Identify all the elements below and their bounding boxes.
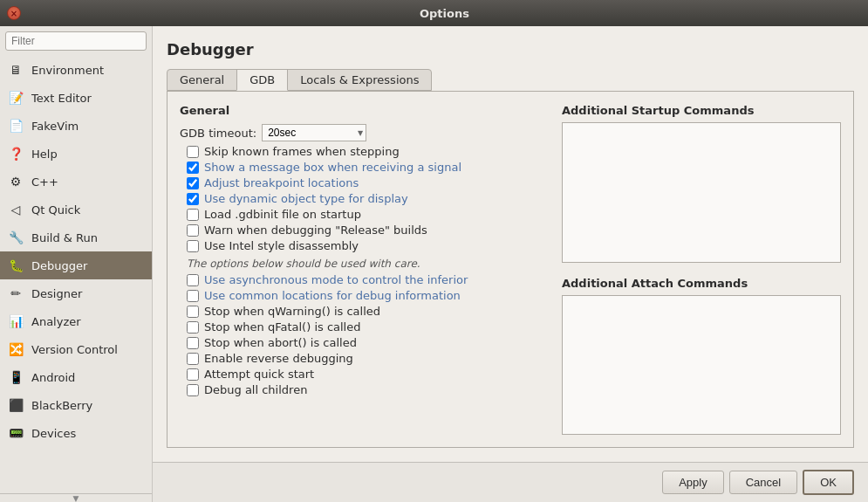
text-editor-icon: 📝 xyxy=(7,89,24,107)
checkbox-show-message-label: Show a message box when receiving a sign… xyxy=(204,161,461,174)
checkbox-stop-qwarning-label: Stop when qWarning() is called xyxy=(204,305,380,318)
sidebar: 🖥 Environment 📝 Text Editor 📄 FakeVim ❓ … xyxy=(0,26,153,502)
checkbox-attempt-quick: Attempt quick start xyxy=(180,368,544,381)
startup-commands-textarea[interactable] xyxy=(562,122,841,263)
checkbox-stop-qwarning: Stop when qWarning() is called xyxy=(180,305,544,318)
sidebar-item-analyzer[interactable]: 📊 Analyzer xyxy=(0,307,152,335)
cancel-button[interactable]: Cancel xyxy=(729,471,797,494)
checkbox-common-locations-label: Use common locations for debug informati… xyxy=(204,289,461,302)
analyzer-icon: 📊 xyxy=(7,313,24,330)
filter-input[interactable] xyxy=(5,31,147,51)
checkbox-show-message-input[interactable] xyxy=(187,162,199,174)
checkbox-dynamic-object: Use dynamic object type for display xyxy=(180,192,544,205)
checkbox-stop-qfatal-input[interactable] xyxy=(187,321,199,334)
sidebar-label-analyzer: Analyzer xyxy=(31,315,81,328)
sidebar-label-version-control: Version Control xyxy=(31,343,118,356)
sidebar-item-version-control[interactable]: 🔀 Version Control xyxy=(0,335,152,363)
debugger-icon: 🐛 xyxy=(7,257,24,274)
sidebar-label-fakevim: FakeVim xyxy=(31,120,79,133)
help-icon: ❓ xyxy=(7,145,24,162)
sidebar-item-blackberry[interactable]: ⬛ BlackBerry xyxy=(0,391,152,419)
attach-commands-textarea[interactable] xyxy=(562,295,841,436)
checkbox-debug-children-input[interactable] xyxy=(187,384,199,396)
checkbox-stop-qfatal-label: Stop when qFatal() is called xyxy=(204,320,361,334)
sidebar-item-fakevim[interactable]: 📄 FakeVim xyxy=(0,112,152,140)
sidebar-item-text-editor[interactable]: 📝 Text Editor xyxy=(0,84,152,112)
page-title: Debugger xyxy=(167,40,854,58)
sidebar-item-debugger[interactable]: 🐛 Debugger xyxy=(0,251,152,279)
version-control-icon: 🔀 xyxy=(7,340,24,358)
designer-icon: ✏ xyxy=(7,285,24,302)
apply-button[interactable]: Apply xyxy=(662,471,724,494)
ok-button[interactable]: OK xyxy=(803,470,854,495)
sidebar-item-designer[interactable]: ✏ Designer xyxy=(0,279,152,307)
checkbox-dynamic-object-input[interactable] xyxy=(187,193,199,205)
sidebar-label-debugger: Debugger xyxy=(31,259,87,272)
sidebar-label-help: Help xyxy=(31,148,58,161)
checkbox-stop-qwarning-input[interactable] xyxy=(187,306,199,318)
sidebar-item-android[interactable]: 📱 Android xyxy=(0,363,152,391)
checkbox-skip-frames-label: Skip known frames when stepping xyxy=(204,145,400,158)
tab-general[interactable]: General xyxy=(167,69,237,91)
sidebar-item-qt-quick[interactable]: ◁ Qt Quick xyxy=(0,196,152,223)
checkbox-common-locations-input[interactable] xyxy=(187,290,199,302)
section-title-general: General xyxy=(180,104,544,117)
checkbox-intel-style: Use Intel style disassembly xyxy=(180,239,544,252)
bottom-bar: Apply Cancel OK xyxy=(153,462,868,502)
checkbox-load-gdbinit-input[interactable] xyxy=(187,209,199,221)
attach-commands-title: Additional Attach Commands xyxy=(562,277,841,290)
tab-locals-expressions[interactable]: Locals & Expressions xyxy=(287,69,432,91)
close-button[interactable]: × xyxy=(7,6,21,20)
sidebar-item-devices[interactable]: 📟 Devices xyxy=(0,419,152,447)
startup-commands-title: Additional Startup Commands xyxy=(562,104,841,117)
sidebar-item-help[interactable]: ❓ Help xyxy=(0,140,152,168)
window-title: Options xyxy=(28,7,861,20)
checkbox-attempt-quick-input[interactable] xyxy=(187,368,199,381)
checkbox-load-gdbinit: Load .gdbinit file on startup xyxy=(180,208,544,221)
checkbox-intel-style-label: Use Intel style disassembly xyxy=(204,239,359,252)
tab-content-gdb: General GDB timeout: 20sec 10sec 30sec 6… xyxy=(167,91,854,448)
checkbox-adjust-breakpoint: Adjust breakpoint locations xyxy=(180,176,544,189)
blackberry-icon: ⬛ xyxy=(7,396,24,414)
cpp-icon: ⚙ xyxy=(7,173,24,190)
checkbox-intel-style-input[interactable] xyxy=(187,240,199,252)
checkbox-skip-frames-input[interactable] xyxy=(187,146,199,158)
checkbox-async-mode-input[interactable] xyxy=(187,274,199,286)
checkbox-warn-debugging: Warn when debugging "Release" builds xyxy=(180,223,544,237)
checkbox-stop-qfatal: Stop when qFatal() is called xyxy=(180,320,544,334)
checkbox-enable-reverse-input[interactable] xyxy=(187,353,199,365)
gdb-timeout-row: GDB timeout: 20sec 10sec 30sec 60sec xyxy=(180,124,544,141)
checkbox-warn-debugging-input[interactable] xyxy=(187,224,199,237)
sidebar-label-text-editor: Text Editor xyxy=(31,92,92,105)
checkbox-debug-children-label: Debug all children xyxy=(204,383,307,396)
build-run-icon: 🔧 xyxy=(7,229,24,246)
fakevim-icon: 📄 xyxy=(7,117,24,134)
sidebar-item-cpp[interactable]: ⚙ C++ xyxy=(0,168,152,196)
startup-commands-section: Additional Startup Commands xyxy=(562,104,841,263)
sidebar-label-qt-quick: Qt Quick xyxy=(31,203,80,217)
checkbox-dynamic-object-label: Use dynamic object type for display xyxy=(204,192,408,205)
checkbox-stop-abort-label: Stop when abort() is called xyxy=(204,336,357,349)
tab-gdb[interactable]: GDB xyxy=(236,69,288,91)
devices-icon: 📟 xyxy=(7,424,24,442)
gdb-timeout-select[interactable]: 20sec 10sec 30sec 60sec xyxy=(262,124,366,141)
checkbox-load-gdbinit-label: Load .gdbinit file on startup xyxy=(204,208,361,221)
checkbox-stop-abort: Stop when abort() is called xyxy=(180,336,544,349)
checkbox-adjust-breakpoint-input[interactable] xyxy=(187,177,199,189)
sidebar-label-blackberry: BlackBerry xyxy=(31,399,92,412)
android-icon: 📱 xyxy=(7,368,24,386)
checkbox-skip-frames: Skip known frames when stepping xyxy=(180,145,544,158)
checkbox-stop-abort-input[interactable] xyxy=(187,337,199,349)
sidebar-item-build-run[interactable]: 🔧 Build & Run xyxy=(0,223,152,251)
checkbox-debug-children: Debug all children xyxy=(180,383,544,396)
italic-note: The options below should be used with ca… xyxy=(187,258,544,270)
title-bar: × Options xyxy=(0,0,868,26)
checkbox-warn-debugging-label: Warn when debugging "Release" builds xyxy=(204,223,427,237)
qt-quick-icon: ◁ xyxy=(7,201,24,218)
gdb-timeout-label: GDB timeout: xyxy=(180,127,256,140)
close-icon: × xyxy=(10,9,17,18)
checkbox-async-mode-label: Use asynchronous mode to control the inf… xyxy=(204,273,468,286)
sidebar-label-designer: Designer xyxy=(31,287,82,300)
sidebar-label-android: Android xyxy=(31,371,75,384)
sidebar-item-environment[interactable]: 🖥 Environment xyxy=(0,56,152,84)
